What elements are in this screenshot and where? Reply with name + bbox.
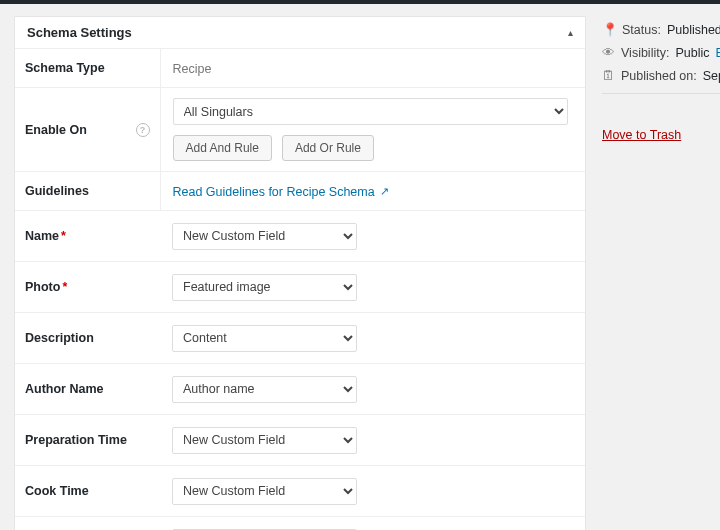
photo-label: Photo*: [15, 262, 160, 313]
schema-type-label: Schema Type: [15, 49, 160, 88]
guidelines-link[interactable]: Read Guidelines for Recipe Schema ↗: [173, 185, 389, 199]
panel-title: Schema Settings: [27, 25, 132, 40]
external-link-icon: ↗: [380, 185, 389, 198]
description-select[interactable]: Content: [172, 325, 357, 352]
fields-table: Schema Type Recipe Enable On ? All Singu…: [15, 49, 585, 530]
move-to-trash-link[interactable]: Move to Trash: [602, 128, 681, 142]
panel-header[interactable]: Schema Settings ▴: [15, 17, 585, 49]
name-label: Name*: [15, 211, 160, 262]
add-or-rule-button[interactable]: Add Or Rule: [282, 135, 374, 161]
eye-icon: 👁: [602, 45, 615, 60]
published-row: 🗓 Published on: Sep 1: [602, 64, 720, 87]
visibility-edit-link[interactable]: Ed: [715, 46, 720, 60]
help-icon[interactable]: ?: [136, 123, 150, 137]
schema-settings-panel: Schema Settings ▴ Schema Type Recipe Ena…: [14, 16, 586, 530]
keywords-label: Keywords: [15, 517, 160, 531]
cook-time-label: Cook Time: [15, 466, 160, 517]
status-row: 📍 Status: Published E: [602, 18, 720, 41]
name-select[interactable]: New Custom Field: [172, 223, 357, 250]
guidelines-label: Guidelines: [15, 172, 160, 211]
enable-on-select[interactable]: All Singulars: [173, 98, 568, 125]
author-name-label: Author Name: [15, 364, 160, 415]
preparation-time-select[interactable]: New Custom Field: [172, 427, 357, 454]
calendar-icon: 🗓: [602, 68, 615, 83]
cook-time-select[interactable]: New Custom Field: [172, 478, 357, 505]
description-label: Description: [15, 313, 160, 364]
photo-select[interactable]: Featured image: [172, 274, 357, 301]
collapse-icon[interactable]: ▴: [568, 27, 573, 38]
schema-type-value: Recipe: [173, 62, 212, 76]
publish-sidebar: 📍 Status: Published E 👁 Visibility: Publ…: [602, 16, 720, 142]
add-and-rule-button[interactable]: Add And Rule: [173, 135, 272, 161]
preparation-time-label: Preparation Time: [15, 415, 160, 466]
visibility-row: 👁 Visibility: Public Ed: [602, 41, 720, 64]
enable-on-label: Enable On ?: [15, 88, 160, 172]
pin-icon: 📍: [602, 22, 616, 37]
author-name-select[interactable]: Author name: [172, 376, 357, 403]
